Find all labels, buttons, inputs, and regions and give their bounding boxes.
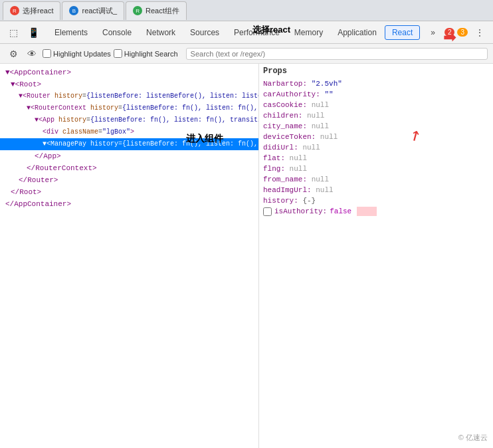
prop-cityname: city_name: null <box>263 121 489 132</box>
dom-line-0: ▼<AppContainer> <box>0 66 258 78</box>
warning-badge: 3 <box>457 28 468 37</box>
main-content-area: ▼<AppContainer> ▼<Root> ▼<Router history… <box>0 64 493 448</box>
nav-network[interactable]: Network <box>140 25 182 40</box>
more-button[interactable]: » <box>425 25 441 40</box>
nav-elements[interactable]: Elements <box>48 25 94 40</box>
prop-fromname: from_name: null <box>263 174 489 185</box>
dom-line-1: ▼<Root> <box>0 78 258 90</box>
nav-react[interactable]: React <box>385 25 420 40</box>
prop-children: children: null <box>263 110 489 121</box>
prop-carauthority: carAuthority: "" <box>263 89 489 100</box>
isauthority-checkbox[interactable] <box>263 207 272 216</box>
props-panel: Props Narbartop: "2.5vh" carAuthority: "… <box>259 64 493 448</box>
search-box <box>186 48 488 60</box>
highlight-updates-label[interactable]: Highlight Updates <box>43 49 111 58</box>
prop-devicetoken: deviceToken: null <box>263 132 489 142</box>
prop-narbartop: Narbartop: "2.5vh" <box>263 78 489 89</box>
eye-icon[interactable]: 👁 <box>24 46 40 62</box>
tab-favicon-2: B <box>69 6 78 15</box>
dom-line-8: </RouterContext> <box>0 162 258 174</box>
devtools-nav-bar: ⬚ 📱 Elements Console Network Sources Per… <box>0 21 493 44</box>
settings-icon[interactable]: ⋮ <box>472 25 488 41</box>
nav-sources[interactable]: Sources <box>183 25 226 40</box>
dom-line-7: </App> <box>0 150 258 162</box>
dom-line-3: ▼<RouterContext history={listenBefore: f… <box>0 102 258 114</box>
dom-line-11: </AppContainer> <box>0 198 258 210</box>
props-title: Props <box>263 66 489 76</box>
dom-tree-panel[interactable]: ▼<AppContainer> ▼<Root> ▼<Router history… <box>0 64 259 448</box>
tab-1-label: 选择react <box>23 6 53 16</box>
prop-headimgurl: headImgUrl: null <box>263 185 489 195</box>
prop-cascookie: casCookie: null <box>263 100 489 110</box>
nav-console[interactable]: Console <box>96 25 138 40</box>
nav-memory[interactable]: Memory <box>288 25 330 40</box>
settings-gear-icon[interactable]: ⚙ <box>5 46 21 62</box>
search-input[interactable] <box>191 50 483 58</box>
nav-application[interactable]: Application <box>331 25 383 40</box>
highlight-search-checkbox[interactable] <box>114 49 122 58</box>
prop-didiurl: didiUrl: null <box>263 142 489 153</box>
watermark: © 亿速云 <box>458 433 488 443</box>
prop-isauthority: isAuthority: false <box>263 206 489 217</box>
dom-line-10: </Root> <box>0 186 258 198</box>
highlight-search-label[interactable]: Highlight Search <box>114 49 178 58</box>
tab-3[interactable]: R React组件 <box>126 1 187 20</box>
tab-2-label: react调试_ <box>82 6 117 16</box>
browser-tab-bar: R 选择react B react调试_ R React组件 选择react ➡ <box>0 0 493 21</box>
device-icon[interactable]: 📱 <box>25 25 41 41</box>
secondary-toolbar: ⚙ 👁 Highlight Updates Highlight Search <box>0 44 493 64</box>
tab-favicon-3: R <box>133 6 142 15</box>
prop-flng: flng: null <box>263 164 489 174</box>
tab-2[interactable]: B react调试_ <box>62 1 124 20</box>
tab-3-label: React组件 <box>146 6 179 16</box>
prop-flat: flat: null <box>263 153 489 164</box>
annotation-enter-component: 进入组件 <box>186 133 223 145</box>
inspect-icon[interactable]: ⬚ <box>5 25 21 41</box>
tab-favicon-1: R <box>10 6 19 15</box>
nav-icons-group: ⬚ 📱 <box>5 25 41 41</box>
highlight-updates-checkbox[interactable] <box>43 49 51 58</box>
dom-line-9: </Router> <box>0 174 258 186</box>
tab-1[interactable]: R 选择react <box>3 1 60 20</box>
dom-line-4: ▼<App history={listenBefore: fn(), liste… <box>0 114 258 126</box>
prop-history: history: {-} <box>263 195 489 206</box>
dom-line-2: ▼<Router history={listenBefore: listenBe… <box>0 90 258 102</box>
